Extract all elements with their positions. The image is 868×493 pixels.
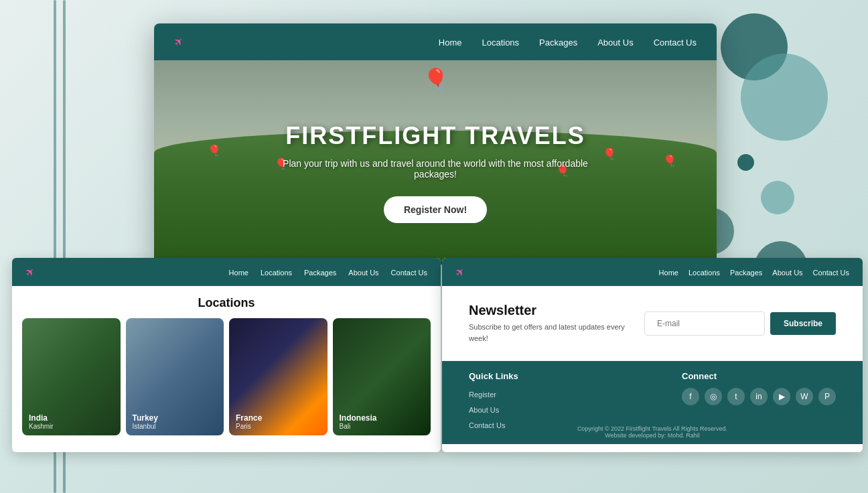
india-label: India Kashmir	[29, 413, 54, 430]
social-twitter[interactable]: t	[727, 388, 745, 405]
france-city: Paris	[236, 423, 262, 430]
indonesia-label: Indonesia Bali	[340, 413, 377, 430]
turkey-country: Turkey	[133, 413, 158, 423]
hero-nav-contact[interactable]: Contact Us	[654, 38, 697, 48]
hero-register-button[interactable]: Register Now!	[384, 196, 487, 223]
location-card-india[interactable]: India Kashmir	[22, 318, 121, 435]
hero-nav-home[interactable]: Home	[439, 38, 462, 48]
social-youtube[interactable]: ▶	[773, 388, 790, 405]
newsletter-title: Newsletter	[469, 303, 644, 318]
social-icons: f ◎ t in ▶ W P	[682, 388, 836, 405]
copyright-section: Copyright © 2022 Firstflight Travels All…	[442, 425, 863, 439]
loc-nav-packages[interactable]: Packages	[304, 269, 336, 277]
connect-section: Connect f ◎ t in ▶ W P	[682, 371, 836, 434]
locations-title: Locations	[22, 296, 431, 310]
location-card-indonesia[interactable]: Indonesia Bali	[333, 318, 431, 435]
indonesia-country: Indonesia	[340, 413, 377, 423]
locations-logo: ✈	[22, 265, 38, 280]
newsletter-email-input[interactable]	[644, 311, 765, 336]
loc-nav-home[interactable]: Home	[229, 269, 248, 277]
newsletter-form: Subscribe	[644, 311, 836, 336]
footer-logo: ✈	[452, 265, 467, 280]
hero-title: FIRSTFLIGHT TRAVELS	[285, 122, 585, 150]
newsletter-description: Subscribe to get offers and latest updat…	[469, 322, 644, 344]
newsletter-text: Newsletter Subscribe to get offers and l…	[469, 303, 644, 344]
france-country: France	[236, 413, 262, 423]
hero-subtitle: Plan your trip with us and travel around…	[268, 158, 603, 180]
hero-logo: ✈	[171, 34, 186, 50]
quick-link-about[interactable]: About Us	[469, 406, 499, 414]
footer-nav-contact[interactable]: Contact Us	[813, 269, 849, 277]
quick-link-register[interactable]: Register	[469, 391, 496, 399]
loc-nav-contact[interactable]: Contact Us	[391, 269, 427, 277]
hero-window: 🎈 🎈 🎈 🎈 🎈 🎈 ✈ Home Locations Packages Ab…	[154, 23, 717, 265]
footer-window: ✈ Home Locations Packages About Us Conta…	[442, 258, 863, 452]
indonesia-city: Bali	[340, 423, 377, 430]
quick-links-section: Quick Links Register About Us Contact Us	[469, 371, 518, 434]
social-linkedin[interactable]: in	[750, 388, 768, 405]
bg-circle-2	[741, 54, 828, 141]
locations-nav-links: Home Locations Packages About Us Contact…	[229, 266, 427, 278]
hero-navbar: ✈ Home Locations Packages About Us Conta…	[154, 23, 717, 60]
footer-bottom: Quick Links Register About Us Contact Us…	[442, 361, 863, 444]
hero-nav-links: Home Locations Packages About Us Contact…	[439, 36, 697, 48]
footer-nav-packages[interactable]: Packages	[730, 269, 762, 277]
newsletter-subscribe-button[interactable]: Subscribe	[770, 312, 836, 335]
hero-content: FIRSTFLIGHT TRAVELS Plan your trip with …	[154, 60, 717, 265]
india-city: Kashmir	[29, 423, 54, 430]
hero-nav-locations[interactable]: Locations	[482, 38, 519, 48]
location-card-turkey[interactable]: Turkey Istanbul	[126, 318, 224, 435]
locations-window: ✈ Home Locations Packages About Us Conta…	[12, 258, 441, 452]
bg-circle-3	[737, 154, 754, 171]
footer-nav-links: Home Locations Packages About Us Contact…	[659, 266, 849, 278]
loc-nav-locations[interactable]: Locations	[261, 269, 292, 277]
developer-credit: Website developed by: Mohd. Rahil	[442, 432, 863, 439]
locations-grid: India Kashmir Turkey Istanbul France Par…	[22, 318, 431, 435]
footer-nav-home[interactable]: Home	[659, 269, 678, 277]
quick-links-list: Register About Us Contact Us	[469, 388, 518, 431]
india-country: India	[29, 413, 54, 423]
newsletter-section: Newsletter Subscribe to get offers and l…	[442, 286, 863, 361]
france-label: France Paris	[236, 413, 262, 430]
social-pinterest[interactable]: P	[818, 388, 836, 405]
locations-body: Locations India Kashmir Turkey Istanbul	[12, 286, 441, 442]
social-facebook[interactable]: f	[682, 388, 699, 405]
loc-nav-about[interactable]: About Us	[348, 269, 378, 277]
turkey-label: Turkey Istanbul	[133, 413, 158, 430]
location-card-france[interactable]: France Paris	[229, 318, 328, 435]
copyright-text: Copyright © 2022 Firstflight Travels All…	[442, 425, 863, 432]
social-instagram[interactable]: ◎	[705, 388, 722, 405]
hero-nav-about[interactable]: About Us	[597, 38, 633, 48]
footer-nav-locations[interactable]: Locations	[689, 269, 720, 277]
footer-nav-about[interactable]: About Us	[772, 269, 802, 277]
bg-circle-4	[761, 181, 794, 214]
connect-heading: Connect	[682, 371, 836, 381]
turkey-city: Istanbul	[133, 423, 158, 430]
quick-links-heading: Quick Links	[469, 371, 518, 381]
hero-nav-packages[interactable]: Packages	[539, 38, 577, 48]
social-wordpress[interactable]: W	[796, 388, 813, 405]
